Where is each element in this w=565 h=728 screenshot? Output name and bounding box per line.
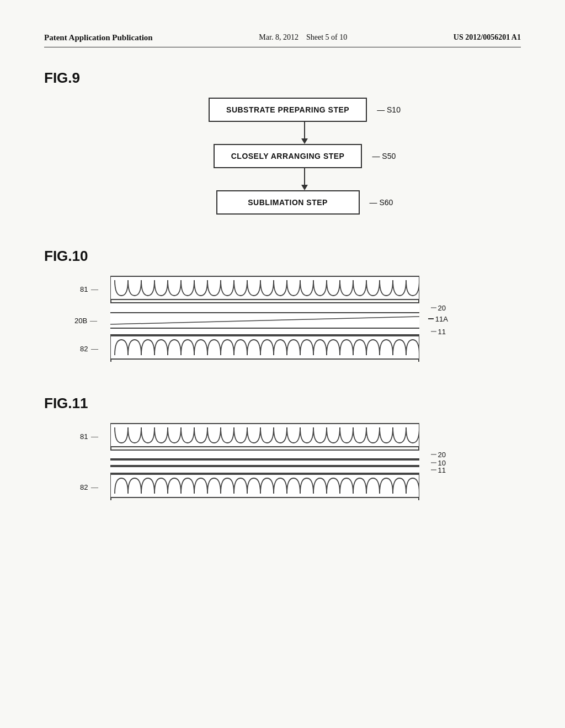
- s60-dash: —: [370, 198, 377, 207]
- step-s10-text: SUBSTRATE PREPARING STEP: [226, 105, 349, 114]
- s50-id: S50: [382, 152, 396, 160]
- arrow-line-1: [304, 122, 305, 138]
- fig9-label: FIG.9: [44, 69, 521, 87]
- s50-dash: —: [372, 152, 380, 160]
- fig10-top-coil-svg: [110, 276, 419, 300]
- fig11-wrapper: 81 — 20 10: [110, 423, 419, 500]
- step-s50-label: — S50: [372, 152, 396, 160]
- step-s10-label: — S10: [377, 105, 401, 114]
- label-81-arrow-fig10: —: [91, 285, 98, 293]
- fig11-top-coil-svg: [110, 423, 419, 447]
- step-s60-text: SUBLIMATION STEP: [248, 198, 328, 207]
- flow-row-s50: CLOSELY ARRANGING STEP — S50: [214, 144, 396, 168]
- tick-11: [431, 331, 436, 332]
- arrow-head-2: [301, 185, 308, 190]
- s10-dash: —: [377, 105, 385, 114]
- label-20b-arrow: —: [90, 316, 97, 325]
- tick-20: [431, 307, 436, 308]
- label-81-fig11: 81: [80, 432, 88, 441]
- label-20-fig11: 20: [431, 451, 446, 459]
- label-82-arrow-fig11: —: [91, 483, 98, 491]
- fig11-top-coil: 81 —: [110, 423, 419, 449]
- fig11-label: FIG.11: [44, 395, 521, 412]
- publication-title: Patent Application Publication: [44, 33, 153, 42]
- fig11-bottom-coil-svg: [110, 474, 419, 498]
- label-20b-fig10: 20B: [74, 317, 87, 325]
- tick-11-fig11: [431, 469, 436, 470]
- label-11-fig10: 11: [431, 328, 446, 336]
- fig10-top-coil: 81 —: [110, 276, 419, 302]
- label-11a-fig10: 11A: [428, 315, 448, 323]
- flow-row-s60: SUBLIMATION STEP — S60: [216, 190, 393, 215]
- fig10-label: FIG.10: [44, 248, 521, 265]
- sheet-info: Sheet 5 of 10: [306, 33, 347, 41]
- fig11-layer-11: 11: [110, 466, 419, 474]
- label-82-arrow-fig10: —: [91, 344, 98, 353]
- fig10-layer-20b: 20B — 11A: [110, 313, 419, 328]
- fig11-layer-20: 20: [110, 449, 419, 459]
- fig11-middle: 20 10 11: [110, 449, 419, 474]
- fig11-bottom-coil: 82 —: [110, 474, 419, 500]
- patent-number: US 2012/0056201 A1: [454, 33, 521, 42]
- figure-10-section: FIG.10: [44, 248, 521, 362]
- fig10-diagram: 81 — 20: [110, 276, 477, 362]
- page: Patent Application Publication Mar. 8, 2…: [0, 0, 565, 728]
- label-81-arrow-fig11: —: [91, 432, 98, 441]
- step-s10-box: SUBSTRATE PREPARING STEP: [209, 98, 367, 122]
- tick-11a: [428, 318, 434, 319]
- fig10-layer-20: 20: [110, 302, 419, 313]
- step-s60-box: SUBLIMATION STEP: [216, 190, 360, 215]
- fig10-bottom-coil-svg: [110, 335, 419, 360]
- label-82-fig11: 82: [80, 483, 88, 491]
- step-s60-label: — S60: [370, 198, 393, 207]
- fig11-layer-10: 10: [110, 459, 419, 466]
- label-11-fig11: 11: [431, 466, 446, 474]
- step-s50-box: CLOSELY ARRANGING STEP: [214, 144, 363, 168]
- step-s50-text: CLOSELY ARRANGING STEP: [231, 152, 345, 160]
- fig11-diagram: 81 — 20 10: [110, 423, 477, 500]
- date-sheet: Mar. 8, 2012 Sheet 5 of 10: [259, 33, 347, 42]
- fig10-middle: 20 20B — 11A: [110, 302, 419, 335]
- label-82-fig10: 82: [80, 345, 88, 353]
- arrow-head-1: [301, 138, 308, 144]
- page-header: Patent Application Publication Mar. 8, 2…: [44, 33, 521, 47]
- fig9-flowchart: SUBSTRATE PREPARING STEP — S10 CLOSELY A…: [88, 98, 521, 215]
- flow-row-s10: SUBSTRATE PREPARING STEP — S10: [209, 98, 401, 122]
- publication-date: Mar. 8, 2012: [259, 33, 299, 41]
- figure-9-section: FIG.9 SUBSTRATE PREPARING STEP — S10 CLO…: [44, 69, 521, 215]
- figure-11-section: FIG.11: [44, 395, 521, 500]
- fig10-20b-svg: [110, 313, 419, 328]
- svg-line-1: [110, 317, 419, 324]
- fig10-wrapper: 81 — 20: [110, 276, 419, 362]
- tick-10-fig11: [431, 462, 436, 463]
- tick-20-fig11: [431, 454, 436, 455]
- fig10-bottom-coil: 82 —: [110, 335, 419, 362]
- label-20-fig10: 20: [431, 304, 446, 312]
- s60-id: S60: [379, 198, 393, 207]
- label-81-fig10: 81: [80, 285, 88, 293]
- arrow-1: [301, 122, 308, 144]
- arrow-line-2: [304, 168, 305, 185]
- arrow-2: [301, 168, 308, 190]
- s10-id: S10: [387, 105, 401, 114]
- fig10-layer-11: 11: [110, 328, 419, 335]
